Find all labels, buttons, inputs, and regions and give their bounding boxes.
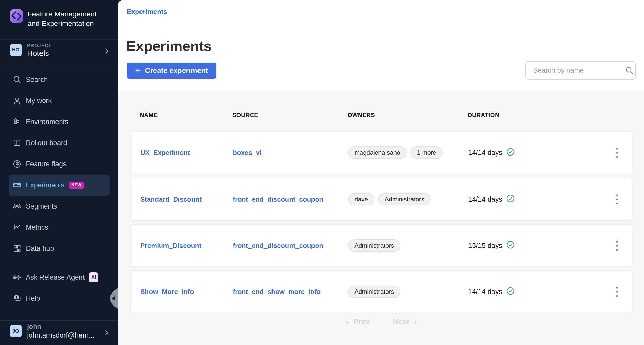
sidebar-item-segments[interactable]: Segments bbox=[9, 196, 110, 217]
environments-icon bbox=[12, 117, 22, 127]
sidebar-item-my-work[interactable]: My work bbox=[9, 90, 110, 111]
owner-more-chip[interactable]: 1 more bbox=[410, 146, 443, 159]
page-title: Experiments bbox=[126, 38, 212, 54]
chevron-right-icon bbox=[103, 329, 110, 337]
owners-cell: magdalena.sano 1 more bbox=[348, 146, 468, 159]
project-label: PROJECT bbox=[27, 43, 52, 48]
table-row: Show_More_Info front_end_show_more_info … bbox=[130, 270, 632, 313]
table-header: NAME SOURCE OWNERS DURATION bbox=[130, 111, 632, 119]
check-circle-icon bbox=[506, 287, 515, 297]
sidebar-item-label: Help bbox=[26, 295, 40, 303]
owner-chip[interactable]: Administrators bbox=[348, 286, 400, 298]
search-icon bbox=[12, 74, 22, 85]
owners-cell: Administrators bbox=[348, 239, 468, 252]
next-page-button[interactable]: Next › bbox=[393, 317, 417, 326]
project-selector[interactable]: HO PROJECT Hotels bbox=[0, 40, 118, 64]
sidebar-item-ask-release-agent[interactable]: Ask Release Agent AI bbox=[9, 267, 110, 288]
experiment-name-link[interactable]: Premium_Discount bbox=[140, 242, 233, 250]
search-box bbox=[525, 61, 636, 80]
owners-cell: Administrators bbox=[348, 286, 468, 298]
sidebar-item-feature-flags[interactable]: Feature flags bbox=[9, 153, 110, 175]
sidebar-item-label: My work bbox=[26, 97, 52, 105]
sidebar-item-label: Segments bbox=[26, 202, 57, 210]
row-menu-button[interactable] bbox=[611, 145, 623, 160]
table-row: Standard_Discount front_end_discount_cou… bbox=[130, 178, 632, 221]
sidebar-item-label: Feature flags bbox=[26, 160, 67, 168]
brand: Feature Management and Experimentation bbox=[10, 9, 97, 28]
new-badge: NEW bbox=[69, 182, 84, 189]
sidebar-item-environments[interactable]: Environments bbox=[9, 111, 110, 132]
experiment-name-link[interactable]: UX_Experiment bbox=[140, 149, 233, 157]
sidebar-item-search[interactable]: Search bbox=[9, 69, 110, 90]
duration-text: 14/14 days bbox=[468, 149, 502, 157]
duration-text: 14/14 days bbox=[468, 195, 502, 203]
create-experiment-label: Create experiment bbox=[145, 66, 208, 75]
sidebar-item-data-hub[interactable]: Data hub bbox=[9, 238, 110, 259]
project-avatar: HO bbox=[10, 44, 22, 56]
sidebar-item-label: Rollout board bbox=[26, 139, 67, 147]
experiment-name-link[interactable]: Standard_Discount bbox=[140, 195, 233, 203]
column-header-source: SOURCE bbox=[232, 112, 348, 119]
row-menu-button[interactable] bbox=[611, 192, 623, 206]
sidebar-item-experiments[interactable]: Experiments NEW bbox=[9, 175, 110, 196]
experiments-icon bbox=[12, 180, 22, 190]
nav-spacer bbox=[9, 259, 110, 267]
next-label: Next bbox=[393, 317, 409, 326]
collapse-left-icon bbox=[112, 296, 115, 301]
owner-chip[interactable]: Administrators bbox=[348, 239, 400, 252]
duration-cell: 15/15 days bbox=[468, 240, 608, 251]
row-menu-button[interactable] bbox=[611, 284, 623, 299]
chevron-right-icon bbox=[103, 47, 110, 56]
plus-icon: + bbox=[135, 65, 141, 75]
owner-chip[interactable]: magdalena.sano bbox=[348, 146, 407, 159]
prev-page-button[interactable]: ‹ Prev bbox=[346, 317, 370, 326]
sidebar-item-label: Environments bbox=[26, 118, 68, 126]
check-circle-icon bbox=[506, 240, 515, 251]
experiment-source-link[interactable]: front_end_discount_coupon bbox=[233, 195, 348, 203]
pagination: ‹ Prev Next › bbox=[130, 317, 632, 326]
sidebar-item-label: Metrics bbox=[26, 223, 48, 231]
help-icon: ? bbox=[12, 293, 22, 304]
column-header-name: NAME bbox=[140, 112, 232, 119]
user-avatar: JO bbox=[10, 325, 22, 337]
create-experiment-button[interactable]: + Create experiment bbox=[127, 63, 216, 79]
project-name: Hotels bbox=[27, 49, 49, 58]
experiment-name-link[interactable]: Show_More_Info bbox=[140, 288, 233, 296]
user-menu[interactable]: JO john john.arnsdorf@harn... bbox=[0, 321, 118, 345]
prev-label: Prev bbox=[354, 317, 370, 326]
sidebar-item-label: Search bbox=[26, 76, 48, 84]
search-icon bbox=[625, 66, 634, 75]
data-hub-icon bbox=[12, 243, 22, 254]
duration-cell: 14/14 days bbox=[468, 148, 608, 158]
split-logo-icon bbox=[10, 9, 23, 24]
sidebar-item-label: Data hub bbox=[26, 245, 54, 253]
column-header-duration: DURATION bbox=[468, 112, 609, 119]
chevron-left-icon: ‹ bbox=[346, 317, 349, 326]
row-menu-button[interactable] bbox=[611, 238, 623, 253]
breadcrumb[interactable]: Experiments bbox=[127, 8, 167, 16]
experiments-table: NAME SOURCE OWNERS DURATION UX_Experimen… bbox=[118, 91, 644, 345]
feature-flags-icon bbox=[12, 159, 22, 169]
sidebar: Feature Management and Experimentation H… bbox=[0, 0, 118, 345]
table-row: UX_Experiment boxes_vi magdalena.sano 1 … bbox=[130, 131, 632, 174]
owner-chip[interactable]: dave bbox=[348, 193, 374, 205]
sidebar-item-metrics[interactable]: Metrics bbox=[9, 217, 110, 238]
owners-cell: dave Administrators bbox=[348, 193, 468, 205]
app-window: Feature Management and Experimentation H… bbox=[0, 0, 644, 345]
sidebar-item-rollout-board[interactable]: Rollout board bbox=[9, 132, 110, 153]
experiment-source-link[interactable]: front_end_discount_coupon bbox=[233, 242, 348, 250]
chevron-right-icon: › bbox=[414, 317, 417, 326]
experiment-source-link[interactable]: boxes_vi bbox=[233, 149, 348, 157]
ai-badge: AI bbox=[89, 272, 98, 282]
experiment-source-link[interactable]: front_end_show_more_info bbox=[233, 288, 348, 296]
sidebar-collapse-handle[interactable] bbox=[110, 288, 118, 309]
search-input[interactable] bbox=[533, 66, 625, 75]
metrics-icon bbox=[12, 222, 22, 232]
sidebar-nav: Search My work Environments Rollout boar… bbox=[9, 69, 110, 309]
owner-chip[interactable]: Administrators bbox=[378, 193, 431, 205]
column-header-owners: OWNERS bbox=[348, 112, 468, 119]
duration-text: 15/15 days bbox=[468, 242, 502, 250]
sidebar-item-help[interactable]: ? Help bbox=[9, 288, 110, 309]
user-email: john.arnsdorf@harn... bbox=[27, 331, 95, 339]
duration-cell: 14/14 days bbox=[468, 194, 608, 205]
